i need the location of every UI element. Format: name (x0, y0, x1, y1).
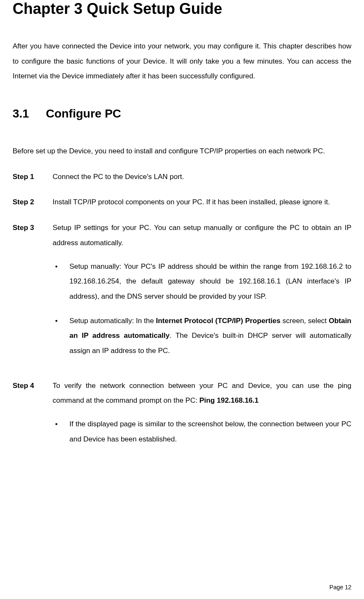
step-3: Step 3 Setup IP settings for your PC. Yo… (13, 220, 351, 368)
section-intro: Before set up the Device, you need to in… (13, 144, 351, 159)
step-label: Step 4 (13, 378, 53, 456)
chapter-intro: After you have connected the Device into… (13, 39, 351, 84)
step-text: Setup IP settings for your PC. You can s… (53, 224, 351, 247)
bullet-text: Setup automatically: In the Internet Pro… (69, 313, 351, 358)
bullet-marker: • (53, 259, 69, 304)
step-content: Connect the PC to the Device's LAN port. (53, 169, 351, 185)
bullet-text: Setup manually: Your PC's IP address sho… (69, 259, 351, 304)
bullet-marker: • (53, 417, 69, 447)
page-number: Page 12 (329, 584, 351, 591)
step-label: Step 1 (13, 169, 53, 185)
step-text: To verify the network connection between… (53, 382, 351, 405)
step-label: Step 3 (13, 220, 53, 368)
step-content: To verify the network connection between… (53, 378, 351, 456)
bullet-item: • If the displayed page is similar to th… (53, 417, 351, 447)
step-label: Step 2 (13, 195, 53, 210)
bullet-list: • If the displayed page is similar to th… (53, 417, 351, 447)
bullet-marker: • (53, 313, 69, 358)
step-4: Step 4 To verify the network connection … (13, 378, 351, 456)
section-number: 3.1 (13, 107, 29, 120)
step-2: Step 2 Install TCP/IP protocol component… (13, 195, 351, 210)
bullet-item: • Setup manually: Your PC's IP address s… (53, 259, 351, 304)
step-content: Install TCP/IP protocol components on yo… (53, 195, 351, 210)
chapter-title: Chapter 3 Quick Setup Guide (13, 0, 351, 18)
section-heading: 3.1Configure PC (13, 107, 351, 120)
section-title: Configure PC (46, 107, 121, 120)
bullet-item: • Setup automatically: In the Internet P… (53, 313, 351, 358)
bullet-list: • Setup manually: Your PC's IP address s… (53, 259, 351, 358)
step-content: Setup IP settings for your PC. You can s… (53, 220, 351, 368)
step-1: Step 1 Connect the PC to the Device's LA… (13, 169, 351, 185)
bullet-text: If the displayed page is similar to the … (69, 417, 351, 447)
